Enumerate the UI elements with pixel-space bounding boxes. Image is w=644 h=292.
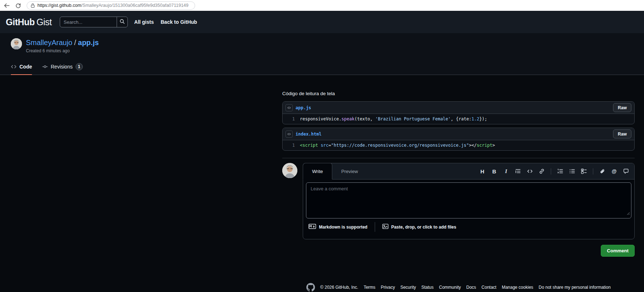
italic-icon[interactable]: I [503, 169, 509, 174]
markdown-supported[interactable]: Markdown is supported [309, 224, 368, 230]
search-box [60, 17, 128, 27]
task-list-icon[interactable] [581, 168, 587, 174]
code-row: 1 <script src="https://code.responsivevo… [283, 140, 634, 150]
link-icon[interactable] [539, 168, 545, 174]
file-info[interactable]: index.html [285, 130, 321, 138]
tab-revisions-label: Revisions [51, 64, 73, 70]
file-code-icon [285, 130, 293, 138]
gist-filename-link[interactable]: app.js [78, 39, 99, 47]
paste-drop-files-label: Paste, drop, or click to add files [391, 225, 456, 230]
url-domain: https://gist.github.com [37, 3, 81, 8]
tab-preview[interactable]: Preview [332, 163, 367, 179]
markdown-toolbar: H B I @ [479, 163, 634, 179]
nav-all-gists[interactable]: All gists [134, 19, 154, 25]
commenter-avatar[interactable] [282, 163, 297, 178]
gist-title: SmalleyAraujo/app.js [26, 38, 99, 47]
raw-button[interactable]: Raw [613, 129, 631, 138]
footer-link-manage-cookies[interactable]: Manage cookies [502, 285, 533, 290]
logo-gist: Gist [36, 17, 51, 27]
page-footer: © 2026 GitHub, Inc. Terms Privacy Securi… [282, 283, 635, 292]
gist-tabs: Code Revisions 1 [0, 61, 644, 75]
footer-link-privacy[interactable]: Privacy [381, 285, 395, 290]
toolbar-separator [551, 168, 551, 174]
bullet-list-icon[interactable] [569, 168, 575, 174]
comment-footer: Markdown is supported Paste, drop, or cl… [306, 218, 631, 236]
numbered-list-icon[interactable] [557, 168, 563, 174]
gist-title-block: SmalleyAraujo/app.js Created 6 minutes a… [26, 38, 99, 53]
tab-code-label: Code [19, 64, 32, 70]
gist-description: Código de leitura de tela [282, 91, 635, 96]
comment-section: Write Preview H B I [282, 163, 635, 239]
search-icon [120, 19, 125, 25]
logo-github: GitHub [6, 17, 35, 27]
comment-textarea[interactable] [306, 182, 631, 218]
heading-icon[interactable]: H [479, 169, 485, 174]
raw-button[interactable]: Raw [613, 103, 631, 112]
address-bar[interactable]: https://gist.github.com/SmalleyAraujo/15… [27, 1, 195, 10]
site-header: GitHubGist All gists Back to GitHub [0, 11, 644, 33]
toolbar-separator [593, 168, 593, 174]
file-info[interactable]: app.js [285, 104, 311, 111]
created-timestamp: Created 6 minutes ago [26, 48, 99, 53]
code-line: <script src="https://code.responsivevoic… [300, 143, 495, 148]
mention-icon[interactable]: @ [611, 169, 617, 174]
line-number[interactable]: 1 [283, 143, 300, 148]
submit-row: Comment [282, 245, 635, 257]
tab-revisions[interactable]: Revisions 1 [42, 61, 83, 75]
main-area: Código de leitura de tela app.js Raw 1 r… [0, 75, 644, 292]
lock-icon [31, 3, 35, 8]
footer-link-contact[interactable]: Contact [482, 285, 496, 290]
url-path: /SmalleyAraujo/151300a06caf95fe9d350afa0… [81, 3, 189, 8]
revisions-count-badge: 1 [76, 63, 83, 70]
refresh-icon[interactable] [15, 3, 21, 8]
footer-link-community[interactable]: Community [439, 285, 461, 290]
markdown-supported-label: Markdown is supported [319, 225, 368, 230]
copyright: © 2026 GitHub, Inc. [320, 285, 359, 290]
footer-link-do-not-share[interactable]: Do not share my personal information [539, 285, 611, 290]
footer-separator [375, 222, 375, 232]
code-line: responsiveVoice.speak(texto, 'Brazilian … [300, 116, 487, 121]
file-block-indexhtml: index.html Raw 1 <script src="https://co… [282, 128, 635, 151]
file-name[interactable]: index.html [296, 132, 321, 137]
footer-link-status[interactable]: Status [422, 285, 434, 290]
author-link[interactable]: SmalleyAraujo [26, 39, 72, 47]
author-avatar[interactable] [11, 38, 22, 49]
footer-link-security[interactable]: Security [400, 285, 416, 290]
code-icon[interactable] [527, 168, 533, 174]
title-separator: / [74, 39, 76, 47]
search-input[interactable] [60, 17, 117, 27]
back-icon[interactable] [4, 3, 10, 9]
comment-box: Write Preview H B I [303, 163, 635, 239]
file-header: index.html Raw [283, 128, 634, 140]
gist-header-section: SmalleyAraujo/app.js Created 6 minutes a… [0, 33, 644, 75]
bold-icon[interactable]: B [491, 169, 497, 174]
file-code-icon [285, 104, 293, 111]
quote-icon[interactable] [515, 168, 521, 174]
github-gist-logo[interactable]: GitHubGist [6, 17, 52, 27]
tab-code[interactable]: Code [11, 61, 32, 75]
comment-tab-bar: Write Preview H B I [303, 163, 634, 180]
tab-write[interactable]: Write [303, 163, 332, 180]
footer-link-terms[interactable]: Terms [364, 285, 375, 290]
footer-link-docs[interactable]: Docs [466, 285, 476, 290]
url-text: https://gist.github.com/SmalleyAraujo/15… [37, 3, 189, 8]
header-nav: All gists Back to GitHub [134, 19, 197, 25]
markdown-icon [309, 224, 316, 230]
section-divider [282, 158, 635, 158]
image-icon [382, 224, 388, 230]
commit-icon [42, 64, 48, 70]
file-header: app.js Raw [283, 102, 634, 114]
line-number[interactable]: 1 [283, 116, 300, 121]
comment-body: Markdown is supported Paste, drop, or cl… [303, 180, 634, 239]
nav-back-to-github[interactable]: Back to GitHub [161, 19, 197, 25]
search-button[interactable] [117, 17, 127, 27]
github-mark-icon [306, 283, 315, 292]
code-row: 1 responsiveVoice.speak(texto, 'Brazilia… [283, 114, 634, 124]
saved-replies-icon[interactable] [623, 168, 629, 174]
file-name[interactable]: app.js [296, 105, 311, 110]
comment-button[interactable]: Comment [601, 245, 635, 257]
paste-drop-files[interactable]: Paste, drop, or click to add files [382, 224, 456, 230]
paperclip-icon[interactable] [599, 168, 605, 174]
code-icon [11, 64, 17, 70]
file-block-appjs: app.js Raw 1 responsiveVoice.speak(texto… [282, 101, 635, 124]
